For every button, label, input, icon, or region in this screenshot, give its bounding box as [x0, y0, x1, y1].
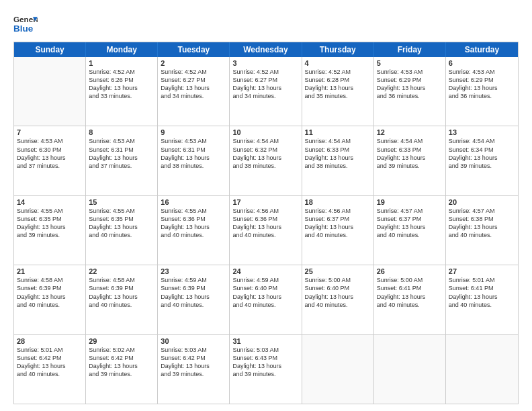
- sunrise-text: Sunrise: 4:59 AM: [161, 276, 226, 284]
- sunrise-text: Sunrise: 4:53 AM: [449, 68, 515, 76]
- day-number: 26: [377, 267, 443, 275]
- daylight-line1: Daylight: 13 hours: [377, 223, 443, 231]
- header-day-saturday: Saturday: [446, 42, 518, 57]
- daylight-line2: and 39 minutes.: [449, 162, 515, 170]
- day-number: 5: [377, 59, 443, 67]
- cal-day-empty: [14, 57, 86, 126]
- daylight-line1: Daylight: 13 hours: [305, 293, 371, 301]
- sunset-text: Sunset: 6:27 PM: [232, 76, 298, 84]
- daylight-line2: and 40 minutes.: [17, 370, 83, 378]
- daylight-line2: and 39 minutes.: [161, 370, 226, 378]
- sunset-text: Sunset: 6:37 PM: [305, 215, 371, 223]
- sunset-text: Sunset: 6:34 PM: [449, 146, 515, 154]
- day-number: 23: [161, 267, 226, 275]
- sunset-text: Sunset: 6:26 PM: [89, 76, 154, 84]
- sunset-text: Sunset: 6:36 PM: [232, 215, 298, 223]
- cal-day-28: 28Sunrise: 5:01 AMSunset: 6:42 PMDayligh…: [14, 335, 86, 404]
- header-day-tuesday: Tuesday: [158, 42, 230, 57]
- day-number: 31: [232, 337, 298, 345]
- sunrise-text: Sunrise: 4:56 AM: [305, 207, 371, 215]
- daylight-line2: and 40 minutes.: [305, 301, 371, 309]
- cal-day-10: 10Sunrise: 4:54 AMSunset: 6:32 PMDayligh…: [230, 126, 302, 195]
- daylight-line1: Daylight: 13 hours: [161, 293, 226, 301]
- header-day-monday: Monday: [86, 42, 158, 57]
- sunset-text: Sunset: 6:28 PM: [305, 76, 371, 84]
- sunset-text: Sunset: 6:41 PM: [377, 284, 443, 292]
- sunset-text: Sunset: 6:41 PM: [449, 284, 515, 292]
- sunrise-text: Sunrise: 4:53 AM: [89, 137, 154, 145]
- daylight-line1: Daylight: 13 hours: [232, 84, 298, 92]
- cal-day-13: 13Sunrise: 4:54 AMSunset: 6:34 PMDayligh…: [446, 126, 518, 195]
- cal-day-27: 27Sunrise: 5:01 AMSunset: 6:41 PMDayligh…: [446, 265, 518, 334]
- day-number: 18: [305, 198, 371, 206]
- sunrise-text: Sunrise: 4:52 AM: [89, 68, 154, 76]
- cal-day-23: 23Sunrise: 4:59 AMSunset: 6:39 PMDayligh…: [158, 265, 230, 334]
- sunrise-text: Sunrise: 4:54 AM: [449, 137, 515, 145]
- daylight-line1: Daylight: 13 hours: [449, 154, 515, 162]
- daylight-line1: Daylight: 13 hours: [232, 293, 298, 301]
- cal-day-7: 7Sunrise: 4:53 AMSunset: 6:30 PMDaylight…: [14, 126, 86, 195]
- daylight-line2: and 38 minutes.: [305, 162, 371, 170]
- daylight-line2: and 40 minutes.: [232, 301, 298, 309]
- daylight-line1: Daylight: 13 hours: [17, 362, 83, 370]
- daylight-line2: and 39 minutes.: [232, 370, 298, 378]
- sunset-text: Sunset: 6:35 PM: [89, 215, 154, 223]
- daylight-line1: Daylight: 13 hours: [449, 293, 515, 301]
- calendar-week-1: 1Sunrise: 4:52 AMSunset: 6:26 PMDaylight…: [14, 57, 518, 126]
- daylight-line1: Daylight: 13 hours: [17, 223, 83, 231]
- cal-day-25: 25Sunrise: 5:00 AMSunset: 6:40 PMDayligh…: [302, 265, 374, 334]
- sunset-text: Sunset: 6:40 PM: [305, 284, 371, 292]
- sunset-text: Sunset: 6:38 PM: [449, 215, 515, 223]
- daylight-line1: Daylight: 13 hours: [232, 154, 298, 162]
- sunset-text: Sunset: 6:39 PM: [89, 284, 154, 292]
- sunrise-text: Sunrise: 5:02 AM: [89, 346, 154, 354]
- calendar-week-2: 7Sunrise: 4:53 AMSunset: 6:30 PMDaylight…: [14, 126, 518, 195]
- sunrise-text: Sunrise: 5:01 AM: [449, 276, 515, 284]
- daylight-line1: Daylight: 13 hours: [89, 362, 154, 370]
- daylight-line2: and 40 minutes.: [161, 301, 226, 309]
- cal-day-12: 12Sunrise: 4:54 AMSunset: 6:33 PMDayligh…: [374, 126, 446, 195]
- day-number: 8: [89, 128, 154, 136]
- calendar: SundayMondayTuesdayWednesdayThursdayFrid…: [13, 42, 519, 404]
- cal-day-empty: [302, 335, 374, 404]
- sunrise-text: Sunrise: 5:03 AM: [161, 346, 226, 354]
- cal-day-31: 31Sunrise: 5:03 AMSunset: 6:43 PMDayligh…: [230, 335, 302, 404]
- day-number: 16: [161, 198, 226, 206]
- daylight-line2: and 39 minutes.: [89, 370, 154, 378]
- daylight-line1: Daylight: 13 hours: [89, 84, 154, 92]
- day-number: 24: [232, 267, 298, 275]
- day-number: 17: [232, 198, 298, 206]
- day-number: 13: [449, 128, 515, 136]
- sunrise-text: Sunrise: 4:54 AM: [232, 137, 298, 145]
- sunset-text: Sunset: 6:43 PM: [232, 354, 298, 362]
- sunrise-text: Sunrise: 4:57 AM: [449, 207, 515, 215]
- cal-day-22: 22Sunrise: 4:58 AMSunset: 6:39 PMDayligh…: [86, 265, 158, 334]
- daylight-line1: Daylight: 13 hours: [89, 154, 154, 162]
- day-number: 6: [449, 59, 515, 67]
- cal-day-21: 21Sunrise: 4:58 AMSunset: 6:39 PMDayligh…: [14, 265, 86, 334]
- daylight-line1: Daylight: 13 hours: [17, 293, 83, 301]
- day-number: 21: [17, 267, 83, 275]
- day-number: 7: [17, 128, 83, 136]
- daylight-line2: and 40 minutes.: [17, 301, 83, 309]
- sunset-text: Sunset: 6:33 PM: [305, 146, 371, 154]
- cal-day-3: 3Sunrise: 4:52 AMSunset: 6:27 PMDaylight…: [230, 57, 302, 126]
- cal-day-4: 4Sunrise: 4:52 AMSunset: 6:28 PMDaylight…: [302, 57, 374, 126]
- day-number: 22: [89, 267, 154, 275]
- cal-day-8: 8Sunrise: 4:53 AMSunset: 6:31 PMDaylight…: [86, 126, 158, 195]
- day-number: 19: [377, 198, 443, 206]
- sunset-text: Sunset: 6:36 PM: [161, 215, 226, 223]
- svg-text:General: General: [13, 15, 38, 24]
- day-number: 2: [161, 59, 226, 67]
- cal-day-15: 15Sunrise: 4:55 AMSunset: 6:35 PMDayligh…: [86, 196, 158, 265]
- day-number: 3: [232, 59, 298, 67]
- cal-day-11: 11Sunrise: 4:54 AMSunset: 6:33 PMDayligh…: [302, 126, 374, 195]
- daylight-line1: Daylight: 13 hours: [161, 154, 226, 162]
- daylight-line1: Daylight: 13 hours: [377, 293, 443, 301]
- cal-day-16: 16Sunrise: 4:55 AMSunset: 6:36 PMDayligh…: [158, 196, 230, 265]
- page: General Blue SundayMondayTuesdayWednesda…: [0, 0, 532, 411]
- cal-day-empty: [374, 335, 446, 404]
- header: General Blue: [13, 12, 519, 36]
- sunset-text: Sunset: 6:42 PM: [161, 354, 226, 362]
- sunrise-text: Sunrise: 4:57 AM: [377, 207, 443, 215]
